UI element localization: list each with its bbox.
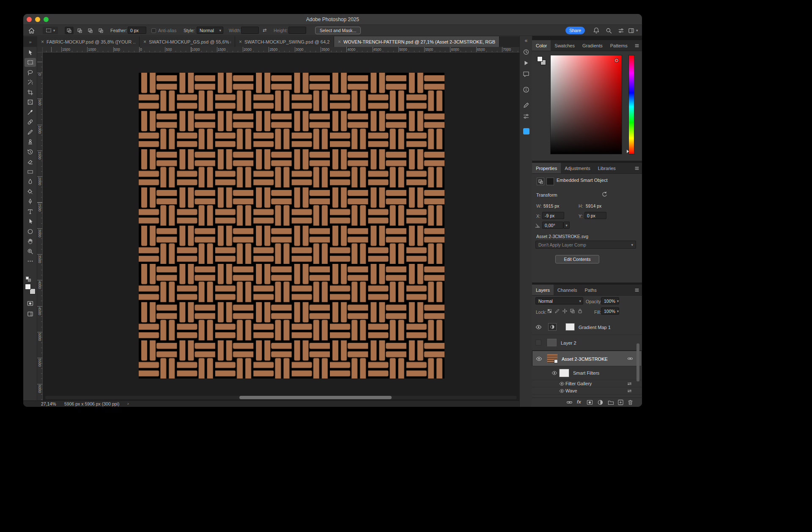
fill-select[interactable]: 100% ▾ [601, 307, 619, 315]
visibility-eye-icon[interactable] [535, 324, 542, 330]
info-panel-icon[interactable] [523, 86, 529, 93]
close-icon[interactable]: × [143, 39, 146, 45]
edit-contents-button[interactable]: Edit Contents [555, 255, 599, 263]
layer-thumbnail-asset[interactable] [547, 354, 558, 363]
transform-w-value[interactable]: 5915 px [543, 203, 559, 208]
tab-swatches[interactable]: Swatches [551, 40, 579, 51]
layer-comp-select[interactable]: Don't Apply Layer Comp ▾ [535, 241, 636, 249]
blur-tool[interactable] [25, 177, 36, 186]
new-selection-button[interactable] [65, 27, 74, 34]
screen-mode-button[interactable] [25, 310, 36, 318]
rotation-angle-input[interactable]: 0,00° [542, 222, 563, 229]
visibility-eye-icon[interactable] [535, 356, 542, 362]
delete-layer-trash-icon[interactable] [627, 399, 634, 406]
brush-tool[interactable] [25, 128, 36, 137]
canvas-document[interactable] [139, 73, 444, 378]
lock-artboard-icon[interactable] [570, 308, 575, 314]
transform-h-value[interactable]: 5914 px [586, 203, 601, 208]
frame-tool[interactable] [25, 98, 36, 107]
foreground-background-color-swatches[interactable] [25, 284, 36, 294]
toolbar-toggle-icon[interactable]: » [23, 36, 37, 47]
shape-tool[interactable] [25, 227, 36, 236]
close-icon[interactable]: × [338, 39, 341, 45]
notifications-bell-icon[interactable] [593, 27, 600, 34]
opacity-select[interactable]: 100% ▾ [601, 297, 619, 304]
tab-layers[interactable]: Layers [532, 285, 554, 295]
lock-position-icon[interactable] [562, 308, 568, 314]
document-tab-woven-trench-pattern[interactable]: × WOVEN-TRENCH-PATTERN.psd @ 27,1% (Asse… [334, 36, 499, 47]
document-tab-swatch-mockup-swing[interactable]: × SWATCH-MOCKUP_SWING.psd @ 64,2… [235, 36, 334, 47]
tab-channels[interactable]: Channels [554, 285, 581, 295]
filter-mask-thumbnail[interactable] [559, 369, 569, 377]
eyedropper-tool[interactable] [25, 108, 36, 117]
lock-transparency-icon[interactable] [547, 308, 552, 314]
layer-thumbnail[interactable] [547, 339, 557, 346]
move-tool[interactable] [25, 48, 36, 57]
tab-color[interactable]: Color [532, 40, 551, 51]
hand-tool[interactable] [25, 237, 36, 246]
pen-tool[interactable] [25, 197, 36, 206]
filter-blending-options-icon[interactable] [627, 381, 632, 387]
blue-panel-icon[interactable] [523, 128, 529, 134]
eraser-tool[interactable] [25, 157, 36, 166]
close-icon[interactable]: × [41, 39, 44, 45]
gradient-tool[interactable] [25, 167, 36, 176]
select-and-mask-button[interactable]: Select and Mask... [315, 27, 361, 34]
history-brush-tool[interactable] [25, 148, 36, 156]
panel-menu-icon[interactable] [634, 287, 640, 293]
canvas-area[interactable] [43, 52, 519, 400]
add-to-selection-button[interactable] [75, 27, 84, 34]
foreground-color-swatch[interactable] [25, 284, 31, 290]
adjustments-panel-icon[interactable] [523, 113, 529, 120]
add-layer-mask-icon[interactable] [587, 399, 593, 406]
visibility-eye-icon[interactable] [558, 388, 565, 394]
status-chevron-icon[interactable]: › [127, 401, 129, 406]
zoom-level-field[interactable]: 27,14% [41, 401, 56, 406]
swap-width-height-icon[interactable]: ⇄ [263, 27, 266, 33]
brushes-panel-icon[interactable] [523, 102, 529, 109]
transform-y-input[interactable]: 0 px [584, 212, 606, 219]
dodge-tool[interactable] [25, 187, 36, 196]
lock-image-icon[interactable] [554, 308, 560, 314]
new-adjustment-layer-icon[interactable] [597, 399, 604, 406]
intersect-selection-button[interactable] [96, 27, 105, 34]
document-tab-fabric-mockup[interactable]: × FABRIC-MOCKUP.psd @ 35,8% ([YOUR … [37, 36, 140, 47]
height-input[interactable] [288, 27, 306, 34]
layer-row-wave[interactable]: Wave [532, 387, 642, 395]
tab-properties[interactable]: Properties [532, 163, 561, 173]
link-layers-icon[interactable] [566, 399, 573, 406]
hue-slider[interactable] [628, 55, 634, 154]
width-input[interactable] [241, 27, 259, 34]
color-panel-swatches[interactable] [537, 56, 547, 66]
quick-mask-button[interactable] [25, 299, 36, 308]
layer-row-layer-2[interactable]: Layer 2 [532, 335, 642, 351]
path-selection-tool[interactable] [25, 217, 36, 226]
horizontal-scrollbar-thumb[interactable] [239, 396, 392, 399]
foreground-color-swatch[interactable] [537, 56, 543, 62]
zoom-tool[interactable] [25, 247, 36, 256]
layer-effects-icon[interactable]: fx [577, 399, 581, 404]
settings-sliders-icon[interactable] [618, 27, 624, 34]
search-icon[interactable] [606, 27, 612, 34]
layer-row-filter-gallery[interactable]: Filter Gallery [532, 380, 642, 387]
horizontal-scrollbar[interactable] [45, 396, 517, 399]
antialias-checkbox[interactable] [151, 28, 156, 33]
layers-scrollbar-thumb[interactable] [636, 343, 639, 381]
default-colors-icon[interactable] [26, 277, 32, 282]
style-select[interactable]: Normal▾ [197, 27, 223, 34]
close-icon[interactable]: × [239, 39, 242, 45]
panel-menu-icon[interactable] [634, 43, 640, 49]
transform-x-input[interactable]: -9 px [542, 212, 564, 219]
magic-wand-tool[interactable] [25, 78, 36, 87]
layer-row-asset-smart-object[interactable]: Asset 2-3CMSTROKE [532, 351, 642, 366]
history-panel-icon[interactable] [523, 49, 529, 55]
visibility-eye-icon[interactable] [558, 381, 565, 387]
saturation-brightness-field[interactable] [550, 55, 622, 154]
workspace-layout-button[interactable]: ▾ [628, 27, 638, 34]
smart-object-link-icon[interactable] [627, 356, 633, 362]
rotation-angle-dropdown[interactable]: ▾ [563, 222, 570, 229]
share-button[interactable]: Share [565, 27, 585, 34]
collapse-panels-icon[interactable]: « [520, 38, 532, 44]
new-layer-icon[interactable] [617, 399, 624, 406]
adjustment-layer-thumbnail[interactable] [548, 323, 557, 331]
